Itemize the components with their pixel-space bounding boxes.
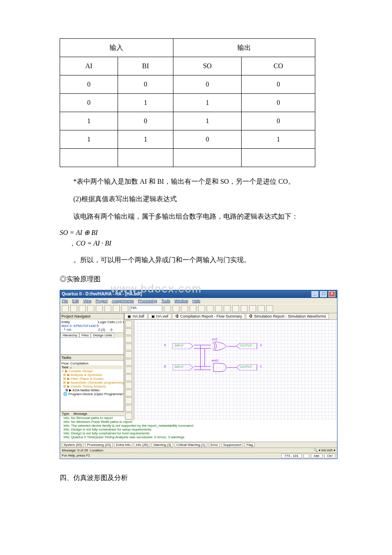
toolbar-icon[interactable]: [62, 305, 69, 312]
task-item[interactable]: ✔ ▶ Compile Design: [61, 369, 123, 373]
menu-view[interactable]: View: [83, 299, 91, 303]
tool-icon[interactable]: [125, 367, 132, 373]
maximize-icon[interactable]: □: [320, 291, 327, 297]
tool-icon[interactable]: [125, 382, 132, 389]
task-item[interactable]: 🌐 Program Device (Open Programmer): [61, 392, 123, 396]
tool-icon[interactable]: [125, 336, 132, 343]
truth-table: 输入 输出 AI BI SO CO 0 0 0 0 0 1 1 0 1 0 1 …: [60, 38, 315, 167]
tool-icon[interactable]: [125, 374, 132, 381]
task-item[interactable]: ⊞ ▶ Fitter (Place & Route): [61, 377, 123, 381]
toolbar-icon[interactable]: [104, 305, 111, 312]
cell: 0: [242, 94, 315, 112]
file-icon: ▣: [127, 314, 131, 318]
tab-files[interactable]: Files: [79, 333, 91, 338]
project-selector[interactable]: HA: [130, 305, 162, 312]
tab-bdf[interactable]: ▣HA.bdf: [124, 313, 147, 319]
search-widget[interactable]: 🔍 ▾ 0/0.025 ▾: [314, 448, 335, 452]
toolbar-icon[interactable]: [173, 305, 179, 312]
menu-project[interactable]: Project: [95, 299, 107, 303]
menu-edit[interactable]: Edit: [72, 299, 79, 303]
task-item[interactable]: ⊞ ▶ Classic Timing Analysis: [61, 384, 123, 388]
msg-tab-system[interactable]: System (93): [62, 442, 84, 447]
msg-tab-processing[interactable]: Processing (23): [85, 442, 112, 447]
toolbar-icon[interactable]: [190, 305, 196, 312]
msg-tab-error[interactable]: Error: [209, 442, 220, 447]
toolbar-icon[interactable]: [224, 305, 231, 312]
minimize-icon[interactable]: _: [311, 291, 318, 297]
task-item[interactable]: ⊞ ▶ EDA Netlist Writer: [61, 388, 123, 392]
toolbar-icon[interactable]: [87, 305, 94, 312]
tool-icon[interactable]: [125, 321, 132, 327]
msg-tab-flag[interactable]: Flag: [245, 442, 255, 447]
tool-icon[interactable]: [125, 359, 132, 366]
menubar[interactable]: File Edit View Project Assignments Proce…: [60, 298, 337, 304]
msg-tab-suppressed[interactable]: Suppressed: [222, 442, 243, 447]
toolbar-icon[interactable]: [215, 305, 222, 312]
flow-label[interactable]: Flow: Compilation: [61, 361, 123, 365]
tool-icon[interactable]: [125, 390, 132, 396]
tool-icon[interactable]: [125, 413, 132, 419]
msg-tab-critical[interactable]: Critical Warning (1): [175, 442, 207, 447]
msg-tab-info[interactable]: Info (20): [134, 442, 150, 447]
tool-icon[interactable]: [125, 344, 132, 350]
task-item[interactable]: ⊞ ▶ Assembler (Generate programming file…: [61, 381, 123, 384]
cell: 1: [242, 130, 315, 149]
msg-tab-extra[interactable]: Extra Info: [114, 442, 132, 447]
cell: 1: [60, 112, 118, 130]
msg-col-type: Type: [62, 412, 69, 416]
tool-icon[interactable]: [125, 328, 132, 335]
toolbar-icon[interactable]: [207, 305, 213, 312]
schematic-canvas[interactable]: xor2 and2 A INPUT B: [134, 320, 337, 420]
toolbar-icon[interactable]: [266, 305, 273, 312]
cells-val: 2 (2): [98, 328, 110, 332]
tab-hierarchy[interactable]: Hierarchy: [61, 333, 79, 338]
message-row[interactable]: Info: The selected device family is not …: [60, 424, 337, 428]
toolbar-icon[interactable]: [258, 305, 265, 312]
message-row[interactable]: Info: Design is not fully constrained fo…: [60, 431, 337, 435]
toolbar-icon[interactable]: [241, 305, 248, 312]
toolbar-icon[interactable]: [79, 305, 86, 312]
pin-a-label: A: [164, 344, 166, 347]
toolbar-icon[interactable]: [70, 305, 77, 312]
msg-tab-warning[interactable]: Warning (3): [152, 442, 173, 447]
menu-window[interactable]: Window: [174, 299, 188, 303]
toolbar-icon[interactable]: [181, 305, 188, 312]
and-gate-icon[interactable]: [211, 362, 228, 373]
toolbar-icon[interactable]: [164, 305, 171, 312]
toolbar-icon[interactable]: [198, 305, 205, 312]
cell: 0: [173, 75, 241, 94]
tool-icon[interactable]: [125, 351, 132, 358]
input-label: INPUT: [175, 344, 184, 347]
titlebar[interactable]: Quartus II - D:/hw/HA/HA - HA - [HA.bdf]…: [60, 290, 337, 298]
th-input: 输入: [60, 39, 173, 57]
device-row[interactable]: MAX II: EPM270T144C5: [61, 324, 123, 328]
menu-assignments[interactable]: Assignments: [112, 299, 134, 303]
tab-design-units[interactable]: Design Units: [91, 333, 114, 338]
message-row[interactable]: Info: Quartus II TimeQuest Timing Analyz…: [60, 435, 337, 439]
tab-vwf[interactable]: ▣HA.vwf: [148, 313, 172, 319]
entity-name[interactable]: └ HA: [61, 328, 98, 332]
tab-compile-report[interactable]: ⮈Compilation Report - Flow Summary: [172, 313, 245, 319]
tool-icon[interactable]: [125, 397, 132, 404]
toolbar-icon[interactable]: [249, 305, 256, 312]
toolbar-icon[interactable]: [96, 305, 103, 312]
toolbar-icon[interactable]: [113, 305, 120, 312]
toolbar-icon[interactable]: [232, 305, 239, 312]
message-row[interactable]: Info: No Minimum Pulse Width paths to re…: [60, 420, 337, 424]
cell: 0: [118, 75, 173, 94]
menu-file[interactable]: File: [62, 299, 68, 303]
hierarchy-tree[interactable]: Entity Logic Cells | LC Register MAX II:…: [61, 319, 124, 332]
tool-icon[interactable]: [125, 405, 132, 412]
menu-help[interactable]: Help: [193, 299, 201, 303]
tab-sim-report[interactable]: ⮈Simulation Report - Simulation Waveform…: [246, 313, 329, 319]
pin-b-label: B: [164, 365, 166, 368]
message-row[interactable]: Info: Design is not fully constrained fo…: [60, 428, 337, 431]
close-icon[interactable]: ×: [329, 291, 335, 297]
xor-gate-icon[interactable]: [211, 341, 228, 351]
menu-tools[interactable]: Tools: [161, 299, 170, 303]
menu-processing[interactable]: Processing: [138, 299, 157, 303]
toolbar-icon[interactable]: [121, 305, 128, 312]
report-icon: ⮈: [175, 314, 179, 318]
cell: [173, 149, 241, 167]
task-item[interactable]: ⊞ ▶ Analysis & Synthesis: [61, 373, 123, 377]
